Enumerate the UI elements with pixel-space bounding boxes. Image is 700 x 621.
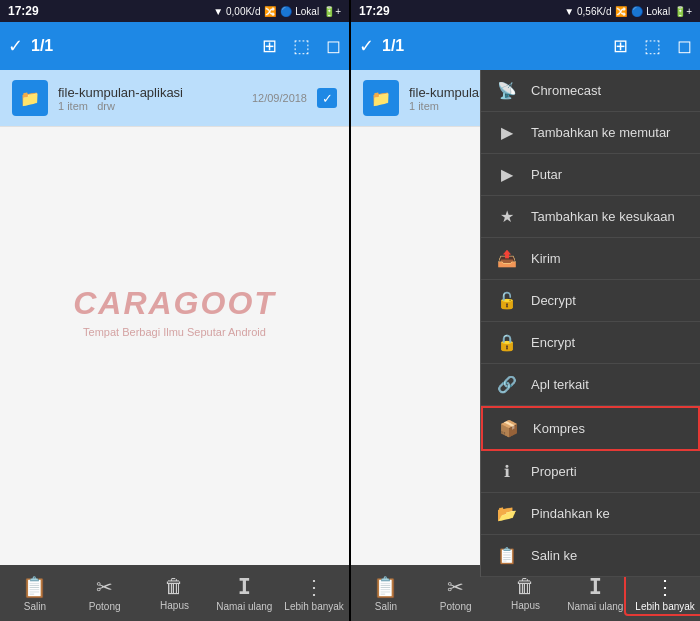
menu-decrypt[interactable]: 🔓 Decrypt xyxy=(481,280,700,322)
right-check-icon[interactable]: ✓ xyxy=(359,35,374,57)
left-status-icons: ▼ 0,00K/d 🔀 🔵 Lokal 🔋+ xyxy=(213,6,341,17)
add-playlist-icon: ▶ xyxy=(497,123,517,142)
menu-encrypt[interactable]: 🔒 Encrypt xyxy=(481,322,700,364)
menu-properties[interactable]: ℹ Properti xyxy=(481,451,700,493)
cut-button[interactable]: ✂ Potong xyxy=(70,575,140,612)
right-cut-button[interactable]: ✂ Potong xyxy=(421,575,491,612)
menu-properties-label: Properti xyxy=(531,464,577,479)
delete-label: Hapus xyxy=(160,600,189,611)
menu-send-label: Kirim xyxy=(531,251,561,266)
right-folder-icon: 📁 xyxy=(363,80,399,116)
right-battery-icon: 🔋+ xyxy=(674,6,692,17)
compress-icon: 📦 xyxy=(499,419,519,438)
right-more-button[interactable]: ⋮ Lebih banyak xyxy=(630,575,700,612)
chromecast-icon: 📡 xyxy=(497,81,517,100)
split-icon[interactable]: ⬚ xyxy=(293,35,310,57)
left-bottom-bar: 📋 Salin ✂ Potong 🗑 Hapus I Namai ulang ⋮… xyxy=(0,565,349,621)
rename-label: Namai ulang xyxy=(216,601,272,612)
menu-copy-to[interactable]: 📋 Salin ke xyxy=(481,535,700,577)
right-lokal-badge: 🔵 Lokal xyxy=(631,6,670,17)
copy-icon: 📋 xyxy=(22,575,47,599)
menu-add-to-playlist[interactable]: ▶ Tambahkan ke memutar xyxy=(481,112,700,154)
right-copy-icon: 📋 xyxy=(373,575,398,599)
right-status-bar: 17:29 ▼ 0,56K/d 🔀 🔵 Lokal 🔋+ xyxy=(351,0,700,22)
unlock-icon: 🔓 xyxy=(497,291,517,310)
right-rename-label: Namai ulang xyxy=(567,601,623,612)
menu-compress-label: Kompres xyxy=(533,421,585,436)
right-count: 1/1 xyxy=(382,37,404,55)
right-rename-button[interactable]: I Namai ulang xyxy=(560,574,630,612)
more-label: Lebih banyak xyxy=(284,601,344,612)
copy-label: Salin xyxy=(24,601,46,612)
right-top-bar: ✓ 1/1 ⊞ ⬚ ◻ xyxy=(351,22,700,70)
cut-label: Potong xyxy=(89,601,121,612)
right-more-label: Lebih banyak xyxy=(635,601,695,612)
cut-icon: ✂ xyxy=(96,575,113,599)
right-signal-icon: ▼ 0,56K/d xyxy=(564,6,611,17)
right-delete-icon: 🗑 xyxy=(515,575,535,598)
move-icon: 📂 xyxy=(497,504,517,523)
menu-copy-to-label: Salin ke xyxy=(531,548,577,563)
right-rename-icon: I xyxy=(589,574,602,599)
menu-related-apps-label: Apl terkait xyxy=(531,377,589,392)
context-menu: 📡 Chromecast ▶ Tambahkan ke memutar ▶ Pu… xyxy=(480,70,700,577)
copy-to-icon: 📋 xyxy=(497,546,517,565)
grid-icon[interactable]: ⊞ xyxy=(262,35,277,57)
menu-favorite[interactable]: ★ Tambahkan ke kesukaan xyxy=(481,196,700,238)
right-cut-icon: ✂ xyxy=(447,575,464,599)
menu-favorite-label: Tambahkan ke kesukaan xyxy=(531,209,675,224)
right-copy-label: Salin xyxy=(375,601,397,612)
right-cut-label: Potong xyxy=(440,601,472,612)
left-panel: 17:29 ▼ 0,00K/d 🔀 🔵 Lokal 🔋+ ✓ 1/1 ⊞ ⬚ ◻… xyxy=(0,0,349,621)
lokal-badge: 🔵 Lokal xyxy=(280,6,319,17)
menu-play[interactable]: ▶ Putar xyxy=(481,154,700,196)
file-info: file-kumpulan-aplikasi 1 item drw xyxy=(58,85,242,112)
favorite-icon: ★ xyxy=(497,207,517,226)
file-date: 12/09/2018 xyxy=(252,92,307,104)
menu-chromecast[interactable]: 📡 Chromecast xyxy=(481,70,700,112)
menu-move-label: Pindahkan ke xyxy=(531,506,610,521)
send-icon: 📤 xyxy=(497,249,517,268)
menu-send[interactable]: 📤 Kirim xyxy=(481,238,700,280)
more-button[interactable]: ⋮ Lebih banyak xyxy=(279,575,349,612)
menu-decrypt-label: Decrypt xyxy=(531,293,576,308)
right-status-icons: ▼ 0,56K/d 🔀 🔵 Lokal 🔋+ xyxy=(564,6,692,17)
right-grid-icon[interactable]: ⊞ xyxy=(613,35,628,57)
delete-icon: 🗑 xyxy=(164,575,184,598)
rename-icon: I xyxy=(238,574,251,599)
left-count: 1/1 xyxy=(31,37,53,55)
left-top-bar: ✓ 1/1 ⊞ ⬚ ◻ xyxy=(0,22,349,70)
right-more-icon: ⋮ xyxy=(655,575,675,599)
left-status-bar: 17:29 ▼ 0,00K/d 🔀 🔵 Lokal 🔋+ xyxy=(0,0,349,22)
folder-icon: 📁 xyxy=(12,80,48,116)
right-location-icon: 🔀 xyxy=(615,6,627,17)
file-name: file-kumpulan-aplikasi xyxy=(58,85,242,100)
location-icon: 🔀 xyxy=(264,6,276,17)
right-copy-button[interactable]: 📋 Salin xyxy=(351,575,421,612)
right-split-icon[interactable]: ⬚ xyxy=(644,35,661,57)
left-time: 17:29 xyxy=(8,4,39,18)
battery-icon: 🔋+ xyxy=(323,6,341,17)
delete-button[interactable]: 🗑 Hapus xyxy=(140,575,210,611)
menu-add-playlist-label: Tambahkan ke memutar xyxy=(531,125,670,140)
rename-button[interactable]: I Namai ulang xyxy=(209,574,279,612)
view-icon[interactable]: ◻ xyxy=(326,35,341,57)
menu-compress[interactable]: 📦 Kompres xyxy=(481,406,700,451)
signal-icon: ▼ 0,00K/d xyxy=(213,6,260,17)
right-delete-button[interactable]: 🗑 Hapus xyxy=(491,575,561,611)
file-item[interactable]: 📁 file-kumpulan-aplikasi 1 item drw 12/0… xyxy=(0,70,349,127)
menu-related-apps[interactable]: 🔗 Apl terkait xyxy=(481,364,700,406)
check-icon[interactable]: ✓ xyxy=(8,35,23,57)
menu-play-label: Putar xyxy=(531,167,562,182)
menu-chromecast-label: Chromecast xyxy=(531,83,601,98)
menu-encrypt-label: Encrypt xyxy=(531,335,575,350)
right-view-icon[interactable]: ◻ xyxy=(677,35,692,57)
related-apps-icon: 🔗 xyxy=(497,375,517,394)
more-icon: ⋮ xyxy=(304,575,324,599)
copy-button[interactable]: 📋 Salin xyxy=(0,575,70,612)
menu-move-to[interactable]: 📂 Pindahkan ke xyxy=(481,493,700,535)
file-checkbox[interactable]: ✓ xyxy=(317,88,337,108)
left-file-list: 📁 file-kumpulan-aplikasi 1 item drw 12/0… xyxy=(0,70,349,565)
right-panel: 17:29 ▼ 0,56K/d 🔀 🔵 Lokal 🔋+ ✓ 1/1 ⊞ ⬚ ◻… xyxy=(351,0,700,621)
lock-icon: 🔒 xyxy=(497,333,517,352)
